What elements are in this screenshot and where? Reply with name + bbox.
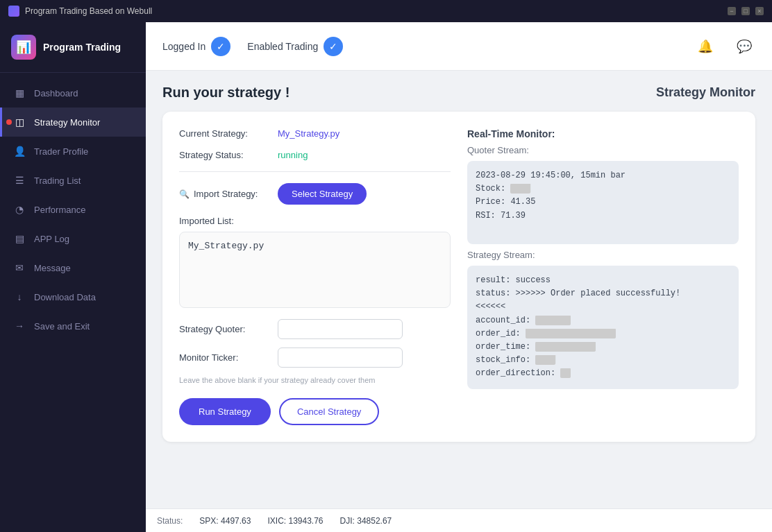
sidebar-item-trading-list[interactable]: ☰ Trading List [0,166,146,195]
quoter-stream-section: Quoter Stream: 2023-08-29 19:45:00, 15mi… [467,145,739,244]
strategy-monitor-icon: ◫ [13,116,26,128]
save-exit-icon: → [13,320,26,332]
chat-icon: 💬 [737,39,752,54]
topbar: Logged In ✓ Enabled Trading ✓ 🔔 💬 [146,22,772,71]
run-strategy-button[interactable]: Run Strategy [179,398,271,425]
minimize-button[interactable]: − [728,7,736,15]
realtime-monitor-section: Real-Time Monitor: Quoter Stream: 2023-0… [467,128,739,395]
stream-line-4: account_id: ███████ [476,314,730,327]
spx-label: SPX: 4497.63 [199,516,251,526]
cancel-strategy-button[interactable]: Cancel Strategy [279,398,380,425]
strategy-stream-box: result: success status: >>>>>> Order pla… [467,266,739,389]
strategy-stream-label: Strategy Stream: [467,250,739,260]
quoter-stream-box: 2023-08-29 19:45:00, 15min bar Stock: ██… [467,161,739,244]
sidebar: 📊 Program Trading ▦ Dashboard ◫ Strategy… [0,22,146,532]
stream-line-1: result: success [476,274,730,287]
page-content: Run your strategy ! Strategy Monitor Cur… [146,71,772,508]
sidebar-item-save-exit[interactable]: → Save and Exit [0,311,146,341]
sidebar-item-dashboard[interactable]: ▦ Dashboard [0,78,146,108]
monitor-ticker-row: Monitor Ticker: [179,347,451,368]
main-content: Logged In ✓ Enabled Trading ✓ 🔔 💬 Run yo… [146,22,772,532]
sidebar-item-label: Trader Profile [34,146,88,157]
titlebar-title: Program Trading Based on Webull [25,6,722,16]
logo-text: Program Trading [43,42,121,53]
strategy-quoter-input[interactable] [278,319,403,339]
sidebar-nav: ▦ Dashboard ◫ Strategy Monitor 👤 Trader … [0,73,146,532]
enabled-trading-toggle[interactable]: ✓ [324,37,343,56]
sidebar-item-label: Download Data [34,292,96,302]
monitor-right-col: Real-Time Monitor: Quoter Stream: 2023-0… [467,128,739,425]
import-strategy-label: 🔍 Import Strategy: [179,189,269,199]
logo-icon: 📊 [11,35,36,60]
strategy-monitor-heading: Strategy Monitor [656,85,755,100]
monitor-ticker-input[interactable] [278,347,403,368]
sidebar-item-performance[interactable]: ◔ Performance [0,195,146,224]
trading-list-icon: ☰ [13,174,26,187]
sidebar-item-trader-profile[interactable]: 👤 Trader Profile [0,137,146,166]
logged-in-toggle[interactable]: ✓ [211,37,230,56]
logged-in-status: Logged In ✓ [162,37,230,56]
imported-list-box: My_Strategy.py [179,232,451,308]
strategy-card: Current Strategy: My_Strategy.py Strateg… [162,112,755,442]
dji-label: DJI: 34852.67 [340,516,392,526]
sidebar-item-label: Trading List [34,175,81,186]
hint-text: Leave the above blank if your strategy a… [179,376,451,384]
close-button[interactable]: × [755,7,764,15]
active-indicator [6,119,12,125]
strategy-left-col: Current Strategy: My_Strategy.py Strateg… [179,128,451,425]
dashboard-icon: ▦ [13,87,26,99]
sidebar-logo: 📊 Program Trading [0,22,146,73]
app-log-icon: ▤ [13,232,26,245]
search-icon: 🔍 [179,189,190,199]
strategy-stream-section: Strategy Stream: result: success status:… [467,250,739,389]
sidebar-item-strategy-monitor[interactable]: ◫ Strategy Monitor [0,108,146,137]
notification-button[interactable]: 🔔 [694,35,716,58]
current-strategy-label: Current Strategy: [179,128,269,139]
stream-line-8: order_direction: ██ [476,367,730,380]
stream-line-6: order_time: ████████████ [476,341,730,354]
message-icon: ✉ [13,261,26,274]
trader-profile-icon: 👤 [13,145,26,157]
sidebar-item-app-log[interactable]: ▤ APP Log [0,224,146,253]
enabled-trading-status: Enabled Trading ✓ [247,37,343,56]
strategy-status-row: Strategy Status: running [179,150,451,160]
action-buttons: Run Strategy Cancel Strategy [179,398,451,425]
quoter-stream-line-4: RSI: 71.39 [476,209,730,223]
app-icon [8,6,19,17]
strategy-quoter-row: Strategy Quoter: [179,319,451,339]
sidebar-item-label: Strategy Monitor [34,117,100,128]
titlebar: Program Trading Based on Webull − □ × [0,0,772,22]
select-strategy-button[interactable]: Select Strategy [278,183,367,205]
ixic-label: IXIC: 13943.76 [267,516,323,526]
chat-button[interactable]: 💬 [733,35,755,58]
statusbar: Status: SPX: 4497.63 IXIC: 13943.76 DJI:… [146,508,772,532]
sidebar-item-label: APP Log [34,234,69,244]
page-title: Run your strategy ! [162,85,290,101]
page-header: Run your strategy ! Strategy Monitor [162,85,755,101]
sidebar-item-label: Save and Exit [34,321,90,332]
imported-list-value: My_Strategy.py [188,241,264,251]
bell-icon: 🔔 [698,39,713,54]
realtime-monitor-title: Real-Time Monitor: [467,128,739,139]
window-controls: − □ × [728,7,764,15]
stream-line-5: order_id: ██████████████████ [476,327,730,341]
enabled-trading-label: Enabled Trading [247,41,318,52]
performance-icon: ◔ [13,203,26,216]
quoter-stream-line-3: Price: 41.35 [476,196,730,209]
sidebar-item-message[interactable]: ✉ Message [0,253,146,282]
stream-line-7: stock_info: ████ [476,354,730,367]
download-data-icon: ↓ [13,291,26,303]
sidebar-item-label: Dashboard [34,88,78,98]
imported-list-label: Imported List: [179,216,451,226]
strategy-status-label: Strategy Status: [179,150,269,160]
import-strategy-row: 🔍 Import Strategy: Select Strategy [179,183,451,205]
strategy-quoter-label: Strategy Quoter: [179,324,269,334]
current-strategy-value: My_Strategy.py [278,128,339,139]
sidebar-item-download-data[interactable]: ↓ Download Data [0,282,146,311]
monitor-ticker-label: Monitor Ticker: [179,352,269,363]
stream-line-2: status: >>>>>> Order placed successfully… [476,287,730,300]
maximize-button[interactable]: □ [741,7,750,15]
status-label: Status: [157,516,183,526]
stream-line-3: <<<<<< [476,300,730,314]
sidebar-item-label: Performance [34,205,85,215]
